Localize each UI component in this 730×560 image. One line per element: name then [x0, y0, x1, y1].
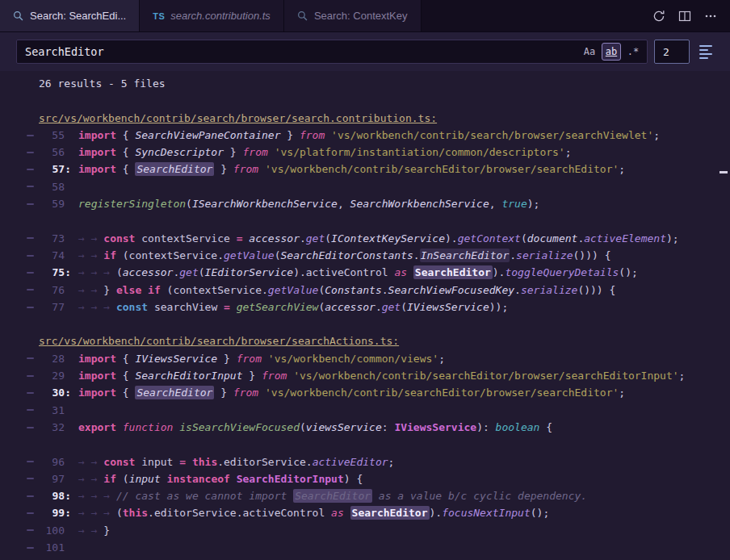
code-token: (: [300, 421, 306, 433]
code-token: import: [78, 146, 116, 158]
search-query-value[interactable]: SearchEditor: [25, 45, 577, 58]
file-path-link[interactable]: src/vs/workbench/contrib/search/browser/…: [39, 110, 437, 127]
search-query-input[interactable]: SearchEditor Aa ab .*: [16, 40, 648, 64]
results-summary: 26 results - 5 files: [0, 75, 730, 92]
split-editor-button[interactable]: [678, 10, 691, 23]
match-case-icon: Aa: [584, 46, 595, 57]
whole-word-toggle[interactable]: ab: [602, 43, 621, 61]
typescript-icon: TS: [153, 11, 165, 21]
code-token: ;: [565, 146, 572, 158]
search-results-editor[interactable]: 26 results - 5 filessrc/vs/workbench/con…: [0, 71, 730, 560]
result-line[interactable]: 75:→ → → (accessor.get(IEditorService).a…: [0, 264, 730, 281]
code-token: input: [129, 473, 161, 485]
code-token: .editorService.activeControl: [148, 507, 331, 519]
result-line[interactable]: 59registerSingleton(ISearchWorkbenchServ…: [0, 195, 730, 212]
code-token: {: [116, 353, 135, 365]
code-token: {: [116, 129, 135, 141]
code-token: 'vs/workbench/contrib/searchEditor/brows…: [293, 370, 678, 382]
result-line[interactable]: 55import { SearchViewPaneContainer } fro…: [0, 127, 730, 144]
code-text: export function isSearchViewFocused(view…: [78, 419, 552, 436]
more-actions-button[interactable]: [704, 10, 717, 23]
code-token: SearchEditor: [413, 265, 493, 279]
result-line[interactable]: 96→ → const input = this.editorService.a…: [0, 453, 730, 470]
tab-label: Search: ContextKey: [314, 10, 408, 22]
rerun-search-button[interactable]: [652, 10, 665, 23]
file-path-link[interactable]: src/vs/workbench/contrib/search/browser/…: [39, 332, 399, 349]
gutter-decoration: [27, 512, 34, 514]
code-token: document: [527, 232, 578, 244]
code-token: (: [199, 266, 205, 278]
result-line[interactable]: 97→ → if (input instanceof SearchEditorI…: [0, 470, 730, 487]
whitespace-tab-icon: →: [91, 507, 104, 519]
code-token: SearchEditor: [293, 489, 372, 503]
code-token: SearchEditorInput: [135, 370, 242, 382]
result-line[interactable]: 30:import { SearchEditor } from 'vs/work…: [0, 384, 730, 401]
code-token: ;: [619, 387, 625, 399]
result-line[interactable]: 100→ → }: [0, 522, 730, 539]
code-token: serialize: [521, 284, 577, 296]
line-number: 76: [34, 282, 71, 299]
gutter-decoration: [27, 289, 34, 290]
code-token: const: [103, 232, 135, 244]
gutter-decoration: [27, 272, 34, 274]
line-number: 30:: [34, 384, 71, 401]
result-line[interactable]: 77→ → → const searchView = getSearchView…: [0, 299, 730, 316]
result-line[interactable]: 98:→ → → // cast as we cannot import Sea…: [0, 487, 730, 504]
code-token: :: [382, 421, 395, 433]
regex-toggle[interactable]: .*: [623, 43, 643, 61]
code-token: .: [375, 301, 382, 313]
code-token: SearchEditorConstants: [280, 249, 413, 261]
result-line[interactable]: 74→ → if (contextService.getValue(Search…: [0, 247, 730, 264]
code-token: ).: [430, 507, 443, 519]
code-token: =: [237, 232, 243, 244]
code-text: import { SearchEditor } from 'vs/workben…: [78, 161, 625, 178]
result-line[interactable]: 56import { SyncDescriptor } from 'vs/pla…: [0, 144, 730, 161]
result-line[interactable]: 31: [0, 402, 730, 419]
whitespace-tab-icon: →: [91, 456, 104, 468]
line-number: 59: [34, 195, 71, 212]
result-line[interactable]: 29import { SearchEditorInput } from 'vs/…: [0, 367, 730, 384]
code-token: 'vs/workbench/contrib/searchEditor/brows…: [265, 387, 619, 399]
code-token: (: [401, 301, 407, 313]
search-details-icon: [699, 45, 712, 47]
code-token: .: [510, 249, 516, 261]
gutter-decoration: [27, 427, 34, 428]
result-line[interactable]: 57:import { SearchEditor } from 'vs/work…: [0, 161, 730, 178]
result-line[interactable]: 28import { IViewsService } from 'vs/work…: [0, 350, 730, 367]
code-text: → → → const searchView = getSearchView(a…: [78, 299, 508, 316]
result-line[interactable]: 101: [0, 539, 730, 556]
line-number: 55: [34, 127, 71, 144]
tab-search-contribution-ts[interactable]: TS search.contribution.ts: [140, 0, 284, 31]
code-token: from: [300, 129, 325, 141]
code-token: (: [116, 266, 123, 278]
split-editor-icon: [678, 10, 691, 23]
tab-label: search.contribution.ts: [170, 10, 271, 22]
file-heading: src/vs/workbench/contrib/search/browser/…: [0, 110, 730, 127]
whitespace-tab-icon: →: [78, 266, 91, 278]
code-text: import { SearchEditor } from 'vs/workben…: [78, 384, 625, 401]
code-token: }: [103, 524, 110, 537]
code-token: ):: [476, 421, 495, 433]
toggle-search-details-button[interactable]: [699, 42, 719, 61]
gutter-decoration: [27, 461, 34, 462]
code-token: input: [135, 456, 179, 468]
result-line[interactable]: 99:→ → → (this.editorService.activeContr…: [0, 504, 730, 521]
context-lines-input[interactable]: 2: [654, 40, 690, 64]
tab-search-contextkey[interactable]: Search: ContextKey: [284, 0, 422, 31]
code-token: viewsService: [306, 421, 382, 433]
code-token: accessor: [249, 232, 300, 244]
result-line[interactable]: 32export function isSearchViewFocused(vi…: [0, 419, 730, 436]
code-token: from: [262, 370, 287, 382]
code-token: SearchViewFocusedKey: [388, 284, 515, 296]
result-line[interactable]: 73→ → const contextService = accessor.ge…: [0, 230, 730, 247]
code-text: registerSingleton(ISearchWorkbenchServic…: [78, 195, 539, 212]
match-case-toggle[interactable]: Aa: [580, 43, 599, 61]
code-token: getSearchView: [237, 301, 319, 313]
code-token: ISearchWorkbenchService: [192, 198, 338, 210]
code-token: activeEditor: [313, 456, 388, 468]
result-line[interactable]: 76→ → } else if (contextService.getValue…: [0, 282, 730, 299]
code-token: );: [666, 232, 679, 244]
tab-search-searcheditor[interactable]: Search: SearchEdi...: [0, 0, 140, 31]
code-token: this: [123, 507, 148, 519]
result-line[interactable]: 58: [0, 178, 730, 195]
